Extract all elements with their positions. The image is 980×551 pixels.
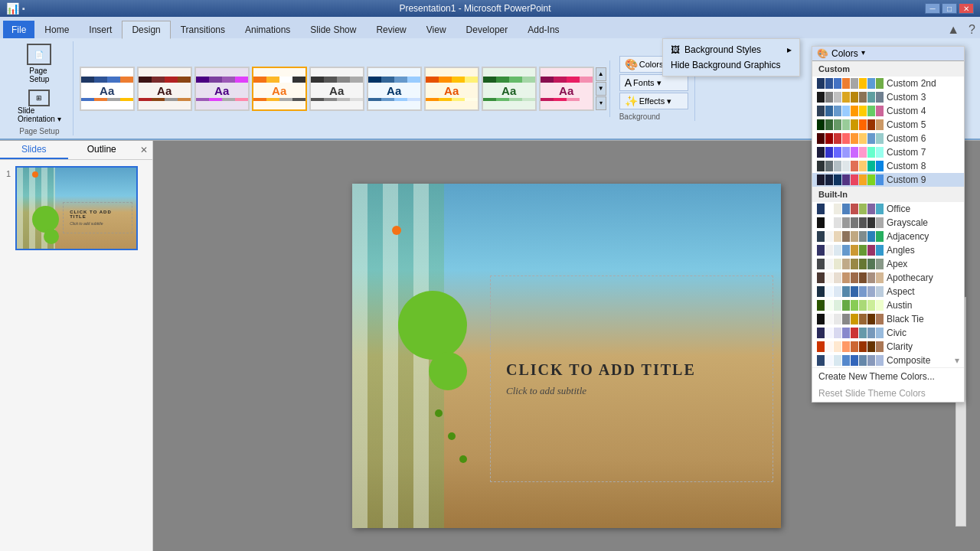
colors-header-label: Colors [831, 48, 858, 59]
tab-addins[interactable]: Add-Ins [518, 21, 569, 38]
slide-circle-large[interactable] [398, 291, 467, 360]
minimize-button[interactable]: ─ [925, 3, 940, 14]
slide-panel: Slides Outline ✕ 1 CLICK TO ADD TITLE Cl… [0, 141, 153, 551]
window-title: Presentation1 - Microsoft PowerPoint [25, 3, 925, 14]
fonts-button[interactable]: A Fonts ▾ [619, 74, 688, 91]
theme-swatch-7[interactable]: Aa [424, 67, 479, 111]
apex-label: Apex [887, 259, 959, 269]
ribbon-help-btn[interactable]: ? [964, 21, 980, 38]
color-item-blacktie[interactable]: Black Tie [812, 312, 964, 326]
tab-animations[interactable]: Animations [235, 21, 300, 38]
slide-orientation-button[interactable]: ⊞ SlideOrientation ▾ [12, 87, 67, 126]
window-controls: ─ □ ✕ [925, 3, 974, 14]
theme-swatch-8[interactable]: Aa [482, 67, 537, 111]
create-new-colors-btn[interactable]: Create New Theme Colors... [812, 368, 964, 385]
color-swatch-custom2 [817, 78, 884, 89]
slide-number-1: 1 [6, 169, 11, 178]
custom8-label: Custom 8 [887, 161, 959, 171]
hide-bg-graphics-btn[interactable]: Hide Background Graphics [663, 57, 799, 73]
slides-tab[interactable]: Slides [0, 141, 68, 159]
color-item-custom5[interactable]: Custom 5 [812, 118, 964, 132]
color-item-aspect[interactable]: Aspect [812, 285, 964, 298]
color-item-grayscale[interactable]: Grayscale [812, 216, 964, 230]
slide-dot-green-1 [435, 409, 443, 417]
theme-swatch-5[interactable]: Aa [309, 67, 364, 111]
color-item-angles[interactable]: Angles [812, 243, 964, 257]
theme-swatch-6[interactable]: Aa [367, 67, 422, 111]
slide-thumbnail-area: 1 CLICK TO ADD TITLE Click to add subtit… [0, 160, 152, 256]
color-item-custom3[interactable]: Custom 3 [812, 90, 964, 104]
color-item-custom7[interactable]: Custom 7 [812, 145, 964, 159]
tab-design[interactable]: Design [122, 21, 170, 39]
color-item-custom8[interactable]: Custom 8 [812, 159, 964, 173]
slide-dot-green-3 [459, 455, 467, 463]
aspect-label: Aspect [887, 286, 959, 297]
colors-header-btn[interactable]: 🎨 Colors ▾ [817, 48, 865, 59]
theme-swatch-4-oriel[interactable]: Aa [252, 67, 307, 111]
color-item-clarity[interactable]: Clarity [812, 340, 964, 354]
color-item-civic[interactable]: Civic [812, 326, 964, 340]
theme-swatch-2[interactable]: Aa [137, 67, 192, 111]
tab-developer[interactable]: Developer [456, 21, 518, 38]
builtin-section-label: Built-In [812, 187, 964, 202]
clarity-label: Clarity [887, 341, 959, 352]
tab-transitions[interactable]: Transitions [171, 21, 235, 38]
window-icon-ppt: ▪ [22, 4, 25, 13]
slide-subtitle-placeholder[interactable]: Click to add subtitle [506, 385, 757, 397]
color-item-apothecary[interactable]: Apothecary [812, 271, 964, 285]
maximize-button[interactable]: □ [942, 3, 957, 14]
theme-more[interactable]: ▾ [596, 96, 606, 110]
theme-scroll-down[interactable]: ▼ [596, 82, 606, 96]
ribbon-group-themes: Aa Aa Aa Aa [77, 60, 610, 117]
color-item-austin[interactable]: Austin [812, 298, 964, 312]
outline-tab[interactable]: Outline [68, 141, 136, 159]
colors-palette-icon: 🎨 [817, 48, 828, 59]
title-bar: 📊 ▪ Presentation1 - Microsoft PowerPoint… [0, 0, 980, 17]
bg-styles-label: Background Styles [684, 44, 787, 55]
theme-scroll-up[interactable]: ▲ [596, 67, 606, 81]
composite-label: Composite [887, 355, 952, 366]
bg-styles-arrow: ▸ [787, 44, 792, 55]
slide-circle-medium[interactable] [429, 352, 467, 390]
custom7-label: Custom 7 [887, 147, 959, 158]
page-setup-icon: 📄 [27, 44, 51, 65]
theme-swatch-3[interactable]: Aa [194, 67, 250, 111]
bg-styles-dropdown: 🖼 Background Styles ▸ Hide Background Gr… [662, 38, 800, 77]
custom-section-label: Custom [812, 61, 964, 77]
color-item-adjacency[interactable]: Adjacency [812, 230, 964, 243]
bg-styles-header-btn[interactable]: 🖼 Background Styles ▸ [663, 42, 799, 57]
ribbon-collapse-btn[interactable]: ▲ [942, 21, 964, 38]
slide-title-box[interactable]: CLICK TO ADD TITLE Click to add subtitle [490, 276, 773, 482]
tab-review[interactable]: Review [366, 21, 416, 38]
effects-button[interactable]: ✨ Effects ▾ [619, 93, 688, 109]
colors-panel-header: 🎨 Colors ▾ [812, 47, 964, 61]
color-item-composite[interactable]: Composite ▾ [812, 354, 964, 367]
color-item-custom6[interactable]: Custom 6 [812, 132, 964, 145]
tab-home[interactable]: Home [34, 21, 79, 38]
custom2-label: Custom 2nd [887, 78, 959, 89]
slide-canvas[interactable]: CLICK TO ADD TITLE Click to add subtitle [352, 184, 781, 528]
close-button[interactable]: ✕ [959, 3, 974, 14]
color-item-office[interactable]: Office [812, 202, 964, 216]
color-item-apex[interactable]: Apex [812, 257, 964, 271]
page-setup-label: PageSetup [29, 67, 49, 83]
page-setup-button[interactable]: 📄 PageSetup [21, 41, 57, 86]
color-item-custom2[interactable]: Custom 2nd [812, 77, 964, 90]
adjacency-label: Adjacency [887, 231, 959, 242]
colors-panel: 🎨 Colors ▾ Custom Custom 2nd Custom 3 Cu… [812, 46, 965, 403]
theme-swatch-1[interactable]: Aa [80, 67, 135, 111]
custom4-label: Custom 4 [887, 106, 959, 116]
slide-title-placeholder[interactable]: CLICK TO ADD TITLE [506, 361, 757, 379]
slide-panel-close-btn[interactable]: ✕ [136, 143, 152, 157]
austin-label: Austin [887, 300, 959, 311]
color-item-custom4[interactable]: Custom 4 [812, 104, 964, 118]
color-item-custom9[interactable]: Custom 9 [812, 173, 964, 187]
theme-swatch-9[interactable]: Aa [539, 67, 594, 111]
background-group-label: Background [619, 112, 660, 121]
tab-insert[interactable]: Insert [79, 21, 122, 38]
tab-view[interactable]: View [416, 21, 456, 38]
tab-file[interactable]: File [3, 21, 34, 38]
effects-icon: ✨ [625, 95, 638, 107]
slide-thumbnail-1[interactable]: CLICK TO ADD TITLE Click to add subtitle [15, 166, 138, 250]
tab-slideshow[interactable]: Slide Show [300, 21, 366, 38]
